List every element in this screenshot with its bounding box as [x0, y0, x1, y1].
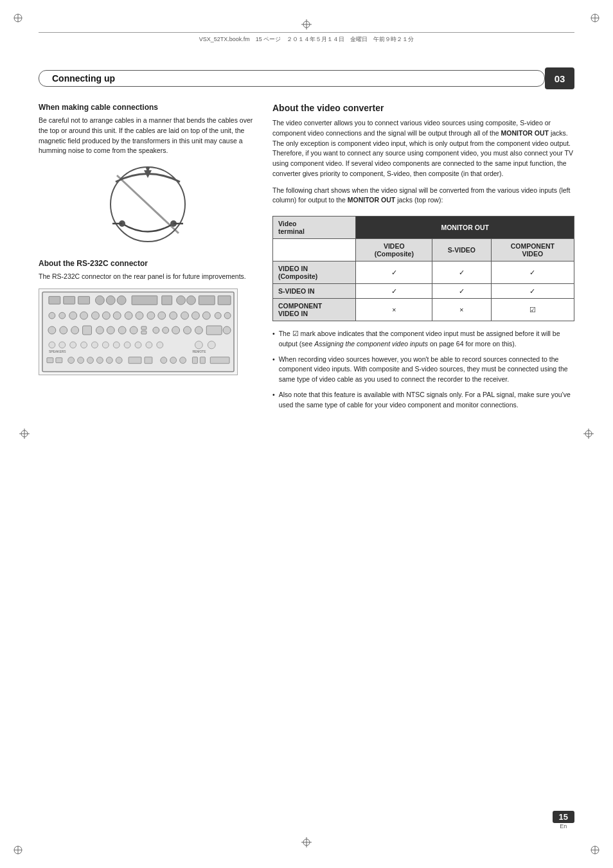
svg-point-48 — [80, 312, 88, 319]
svg-point-89 — [135, 342, 141, 348]
svg-point-96 — [68, 357, 75, 363]
cable-diagram — [77, 163, 218, 246]
rs232c-body: The RS-232C connector on the rear panel … — [39, 272, 257, 282]
svg-rect-109 — [210, 357, 229, 363]
svg-point-86 — [102, 342, 109, 348]
page-number-area: 15 En — [553, 812, 574, 829]
svg-point-67 — [107, 326, 114, 334]
main-content: When making cable connections Be careful… — [39, 103, 574, 415]
svg-point-82 — [59, 342, 66, 348]
table-cell-svideo-in-label: S-VIDEO IN — [273, 284, 356, 299]
rear-panel-diagram: SPEAKERS REMOTE — [39, 288, 238, 375]
svg-point-66 — [96, 326, 103, 334]
bullet-item-3: Also note that this feature is available… — [272, 390, 574, 411]
svg-point-90 — [146, 342, 152, 348]
table-cell-component-in-composite: × — [356, 299, 432, 321]
svg-point-101 — [116, 357, 122, 363]
svg-rect-70 — [141, 326, 147, 330]
svg-point-98 — [87, 357, 94, 363]
bullet-item-2: When recording video sources however, yo… — [272, 355, 574, 385]
svg-point-56 — [170, 312, 177, 319]
section-header: Connecting up 03 — [39, 67, 574, 89]
svg-point-51 — [113, 312, 121, 319]
svg-point-38 — [117, 296, 126, 305]
corner-mark-br — [574, 829, 600, 855]
svg-rect-102 — [129, 357, 141, 363]
table-header-monitor-out: MONITOR OUT — [356, 217, 574, 239]
bullet-item-1: The ☑ mark above indicates that the comp… — [272, 329, 574, 350]
svg-rect-71 — [141, 331, 147, 334]
svg-point-106 — [180, 357, 186, 363]
svg-point-74 — [172, 326, 180, 334]
page-locale: En — [553, 823, 574, 829]
svg-point-84 — [81, 342, 87, 348]
svg-point-69 — [130, 326, 138, 334]
svg-point-76 — [195, 326, 202, 334]
video-converter-title: About the video converter — [272, 103, 574, 113]
table-header-video-terminal: Video terminal — [273, 217, 356, 239]
svg-point-50 — [102, 312, 110, 319]
video-converter-body1: The video converter allows you to connec… — [272, 118, 574, 179]
svg-point-54 — [147, 312, 155, 319]
svg-point-81 — [49, 342, 55, 348]
table-col-component: COMPONENT VIDEO — [491, 239, 574, 261]
monitor-out-table: Video terminal MONITOR OUT VIDEO (Compos… — [272, 216, 574, 321]
table-cell-svideo-in-component: ✓ — [491, 284, 574, 299]
section-number: 03 — [545, 67, 574, 89]
table-cell-component-in-svideo: × — [432, 299, 491, 321]
svg-rect-44 — [218, 296, 231, 305]
rs232c-title: About the RS-232C connector — [39, 259, 257, 268]
section-title-box: Connecting up — [39, 70, 545, 87]
svg-point-41 — [177, 296, 186, 305]
svg-point-87 — [113, 342, 120, 348]
svg-point-85 — [91, 342, 98, 348]
svg-point-59 — [202, 312, 210, 319]
svg-point-78 — [223, 326, 231, 334]
svg-point-45 — [49, 312, 55, 319]
svg-rect-95 — [56, 357, 62, 362]
svg-point-63 — [60, 326, 67, 334]
table-cell-component-in-label: COMPONENT VIDEO IN — [273, 299, 356, 321]
svg-point-53 — [136, 312, 143, 319]
svg-point-42 — [187, 296, 196, 305]
svg-rect-65 — [83, 326, 92, 335]
svg-point-105 — [170, 357, 177, 363]
svg-point-104 — [161, 357, 167, 363]
svg-point-92 — [195, 341, 202, 349]
video-converter-body3: The following chart shows when the video… — [272, 186, 574, 206]
svg-point-37 — [106, 296, 115, 305]
table-row-svideo-in: S-VIDEO IN ✓ ✓ ✓ — [273, 284, 574, 299]
svg-point-47 — [69, 312, 77, 319]
table-col-svideo: S-VIDEO — [432, 239, 491, 261]
svg-point-58 — [191, 312, 199, 319]
right-column: About the video converter The video conv… — [272, 103, 574, 415]
svg-point-60 — [215, 312, 221, 319]
svg-point-46 — [59, 312, 66, 319]
svg-point-36 — [95, 296, 104, 305]
svg-rect-77 — [206, 326, 222, 335]
svg-point-83 — [70, 342, 76, 348]
file-info: VSX_52TX.book.fm 15 ページ ２０１４年５月１４日 金曜日 午… — [39, 32, 574, 44]
svg-point-52 — [125, 312, 132, 319]
left-column: When making cable connections Be careful… — [39, 103, 257, 415]
left-center-mark — [18, 427, 31, 441]
svg-rect-107 — [192, 357, 197, 363]
table-subheader-empty — [273, 239, 356, 261]
section-title: Connecting up — [52, 73, 115, 84]
svg-text:REMOTE: REMOTE — [192, 350, 206, 353]
bottom-center-mark — [300, 836, 313, 850]
svg-line-26 — [117, 175, 179, 233]
svg-point-100 — [106, 357, 112, 363]
table-row-component-in: COMPONENT VIDEO IN × × ☑ — [273, 299, 574, 321]
svg-rect-40 — [162, 296, 172, 305]
svg-point-62 — [48, 326, 56, 334]
page-number: 15 — [553, 811, 574, 823]
svg-rect-34 — [64, 296, 75, 304]
svg-point-68 — [118, 326, 126, 334]
table-cell-video-in-svideo: ✓ — [432, 261, 491, 284]
rs232c-section: About the RS-232C connector The RS-232C … — [39, 259, 257, 375]
table-cell-svideo-in-svideo: ✓ — [432, 284, 491, 299]
svg-text:SPEAKERS: SPEAKERS — [49, 350, 66, 353]
right-center-mark — [582, 427, 595, 441]
svg-point-64 — [71, 326, 79, 334]
